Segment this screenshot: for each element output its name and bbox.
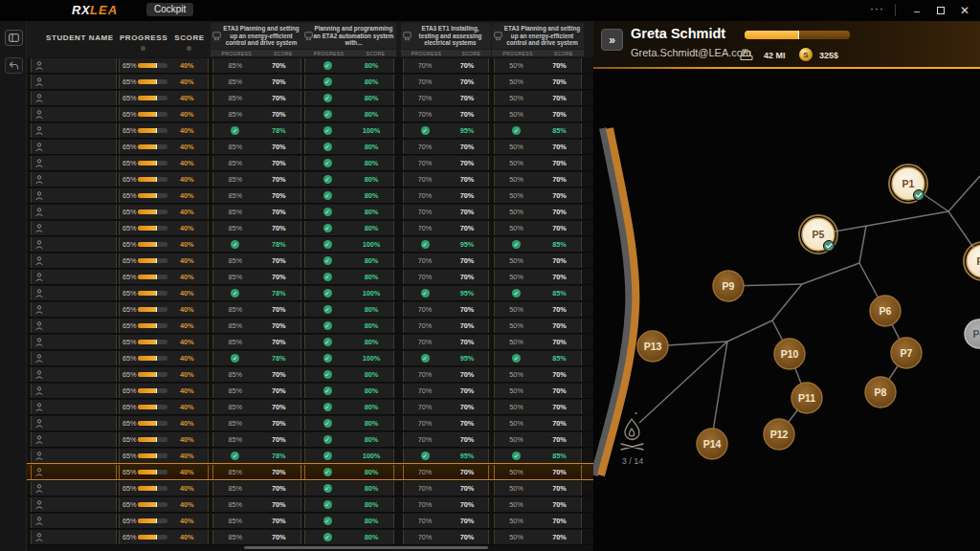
overall-progress-cell: 65%40% bbox=[119, 123, 209, 138]
column-progress[interactable]: PROGRESS bbox=[115, 33, 172, 42]
skill-node-p9[interactable]: P9 bbox=[713, 271, 744, 301]
maximize-button[interactable] bbox=[930, 1, 951, 19]
skill-node-p5[interactable]: P5 bbox=[799, 215, 837, 253]
table-row[interactable]: 65%40%85%70%✓80%70%70%50%70% bbox=[27, 187, 593, 204]
table-row[interactable]: 65%40%85%70%✓80%70%70%50%70% bbox=[27, 383, 593, 399]
table-row[interactable]: 65%40%85%70%✓80%70%70%50%70% bbox=[27, 415, 593, 431]
table-row[interactable]: 65%40%85%70%✓80%70%70%50%70% bbox=[27, 513, 593, 529]
table-row[interactable]: 65%40%85%70%✓80%70%70%50%70% bbox=[27, 463, 593, 480]
course-cell: 85%70% bbox=[212, 91, 301, 105]
table-row[interactable]: 65%40%85%70%✓80%70%70%50%70% bbox=[27, 269, 593, 285]
course-score-value: 70% bbox=[257, 224, 301, 232]
table-row[interactable]: 65%40%✓78%✓100%✓95%✓85% bbox=[27, 448, 593, 464]
skill-node-p12[interactable]: P12 bbox=[764, 419, 794, 450]
table-row[interactable]: 65%40%85%70%✓80%70%70%50%70% bbox=[27, 155, 593, 171]
skill-node-p11[interactable]: P11 bbox=[791, 383, 822, 413]
sub-progress-label: PROGRESS bbox=[502, 51, 533, 56]
course-score-value: 70% bbox=[538, 143, 581, 151]
table-row[interactable]: 65%40%85%70%✓80%70%70%50%70% bbox=[27, 204, 593, 220]
sort-icon-progress[interactable] bbox=[141, 46, 145, 51]
student-name-cell bbox=[31, 367, 117, 382]
table-row[interactable]: 65%40%85%70%✓80%70%70%50%70% bbox=[27, 431, 593, 448]
table-row[interactable]: 65%40%✓78%✓100%✓95%✓85% bbox=[27, 122, 593, 139]
course-progress-value: 70% bbox=[404, 191, 446, 200]
check-icon: ✓ bbox=[323, 159, 332, 167]
table-row[interactable]: 65%40%85%70%✓80%70%70%50%70% bbox=[27, 366, 593, 383]
course-score-value: 80% bbox=[349, 208, 393, 216]
course-score-value: 100% bbox=[349, 289, 393, 298]
student-name-cell bbox=[31, 221, 117, 235]
table-row[interactable]: 65%40%85%70%✓80%70%70%50%70% bbox=[27, 529, 593, 545]
window-menu-icon[interactable]: ··· bbox=[870, 2, 884, 15]
course-progress-value: 85% bbox=[213, 273, 257, 281]
student-name-cell bbox=[31, 319, 117, 333]
skill-node-p4[interactable]: P4 bbox=[965, 320, 980, 348]
overall-progress-value: 65% bbox=[122, 351, 137, 365]
student-table: STUDENT NAME PROGRESS SCORE ETA3 Plannin… bbox=[27, 21, 593, 551]
skill-node-p14[interactable]: P14 bbox=[697, 429, 727, 459]
course-column-header[interactable]: ETA3 Planning and setting up an energy-e… bbox=[211, 23, 303, 56]
horizontal-scrollbar[interactable] bbox=[244, 546, 488, 549]
table-row[interactable]: 65%40%✓78%✓100%✓95%✓85% bbox=[27, 350, 593, 366]
table-row[interactable]: 65%40%85%70%✓80%70%70%50%70% bbox=[27, 480, 593, 496]
overall-progress-value: 65% bbox=[122, 123, 137, 138]
sort-icon-score[interactable] bbox=[187, 46, 191, 51]
course-score-value: 70% bbox=[257, 77, 301, 86]
table-row[interactable]: 65%40%85%70%✓80%70%70%50%70% bbox=[27, 301, 593, 318]
completed-check-icon bbox=[914, 190, 924, 201]
check-icon: ✓ bbox=[231, 354, 239, 363]
logo-rx: RX bbox=[72, 3, 90, 17]
table-row[interactable]: 65%40%85%70%✓80%70%70%50%70% bbox=[27, 253, 593, 269]
table-row[interactable]: 65%40%✓78%✓100%✓95%✓85% bbox=[27, 236, 593, 253]
table-row[interactable]: 65%40%85%70%✓80%70%70%50%70% bbox=[27, 74, 593, 90]
course-progress-value: 50% bbox=[495, 419, 538, 428]
minimize-button[interactable]: – bbox=[906, 1, 927, 19]
table-row[interactable]: 65%40%85%70%✓80%70%70%50%70% bbox=[27, 220, 593, 236]
table-row[interactable]: 65%40%85%70%✓80%70%70%50%70% bbox=[27, 57, 593, 74]
student-icon bbox=[35, 240, 43, 250]
overall-progress-cell: 65%40% bbox=[119, 481, 209, 496]
course-column-header[interactable]: ETA3 ET1 Installing, testing and assessi… bbox=[401, 23, 491, 56]
skill-node-p7[interactable]: P7 bbox=[891, 338, 922, 368]
course-progress-value: 50% bbox=[495, 224, 538, 232]
back-button[interactable] bbox=[5, 57, 23, 74]
course-progress-value: 70% bbox=[404, 370, 446, 379]
skill-node-p2[interactable]: P2 bbox=[964, 242, 980, 280]
skill-node-p8[interactable]: P8 bbox=[865, 377, 896, 408]
progress-bar bbox=[138, 535, 167, 540]
layout-toggle-button[interactable] bbox=[5, 30, 23, 46]
check-icon: ✓ bbox=[323, 452, 332, 460]
overall-score-value: 40% bbox=[180, 107, 194, 121]
table-row[interactable]: 65%40%85%70%✓80%70%70%50%70% bbox=[27, 399, 593, 415]
skill-node-p13[interactable]: P13 bbox=[637, 331, 668, 362]
progress-bar bbox=[138, 356, 167, 361]
course-progress-value: 50% bbox=[495, 500, 538, 509]
progress-bar bbox=[138, 518, 167, 523]
overall-progress-cell: 65%40% bbox=[119, 156, 209, 170]
course-column-header[interactable]: Planning and programming an ETA2 automat… bbox=[302, 23, 396, 56]
skill-node-p10[interactable]: P10 bbox=[774, 339, 805, 369]
table-row[interactable]: 65%40%85%70%✓80%70%70%50%70% bbox=[27, 496, 593, 513]
course-progress-value: 85% bbox=[213, 403, 257, 411]
check-icon: ✓ bbox=[421, 452, 430, 460]
table-row[interactable]: 65%40%✓78%✓100%✓95%✓85% bbox=[27, 285, 593, 301]
course-cell: 50%70% bbox=[494, 270, 582, 284]
table-row[interactable]: 65%40%85%70%✓80%70%70%50%70% bbox=[27, 106, 593, 122]
table-row[interactable]: 65%40%85%70%✓80%70%70%50%70% bbox=[27, 334, 593, 350]
table-row[interactable]: 65%40%85%70%✓80%70%70%50%70% bbox=[27, 318, 593, 334]
course-cell: 85%70% bbox=[212, 335, 301, 349]
skill-node-p6[interactable]: P6 bbox=[870, 296, 901, 326]
course-score-value: 85% bbox=[538, 289, 581, 298]
column-score[interactable]: SCORE bbox=[170, 33, 209, 42]
table-row[interactable]: 65%40%85%70%✓80%70%70%50%70% bbox=[27, 171, 593, 187]
table-row[interactable]: 65%40%85%70%✓80%70%70%50%70% bbox=[27, 90, 593, 106]
close-button[interactable]: ✕ bbox=[954, 1, 975, 19]
overall-score-value: 40% bbox=[180, 530, 194, 544]
collapse-panel-button[interactable]: » bbox=[601, 29, 623, 51]
table-row[interactable]: 65%40%85%70%✓80%70%70%50%70% bbox=[27, 139, 593, 155]
course-column-header[interactable]: ETA3 Planning and setting up an energy-e… bbox=[492, 23, 584, 56]
skill-node-p1[interactable]: P1 bbox=[889, 165, 927, 203]
column-student-name[interactable]: STUDENT NAME bbox=[46, 33, 114, 42]
student-name-cell bbox=[31, 188, 117, 203]
student-icon bbox=[35, 468, 43, 477]
